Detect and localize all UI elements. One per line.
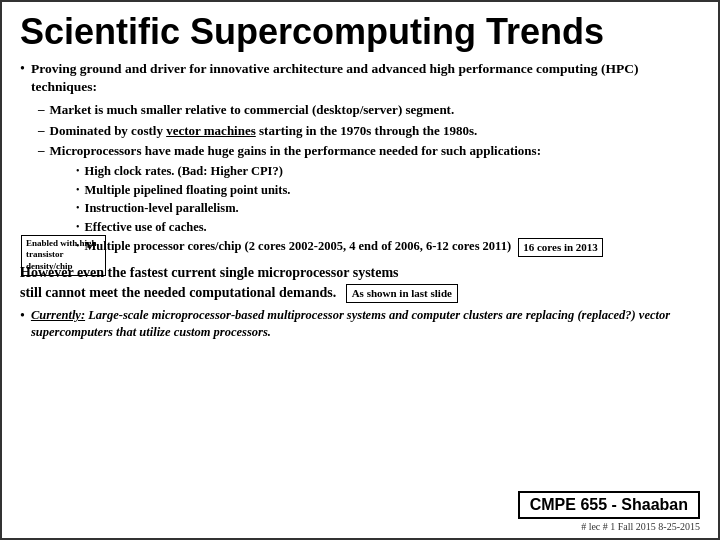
sub-sub-text-3: Instruction-level parallelism. — [85, 200, 239, 217]
sub-sub-bullet-1: • High clock rates. (Bad: Higher CPI?) — [76, 163, 700, 180]
sub-sub-bullet-3: • Instruction-level parallelism. — [76, 200, 700, 217]
sub-bullet-2-underline: vector machines — [166, 123, 256, 138]
slide-title: Scientific Supercomputing Trends — [20, 12, 700, 52]
main-bullet-1: • Proving ground and driver for innovati… — [20, 60, 700, 96]
dot-icon-5: • — [76, 240, 80, 251]
sub-sub-text-4: Effective use of caches. — [85, 219, 207, 236]
cmpe-box: CMPE 655 - Shaaban — [518, 491, 700, 519]
sub-sub-text-5: Multiple processor cores/chip (2 cores 2… — [85, 238, 603, 257]
dot-icon-3: • — [76, 202, 80, 213]
currently-body: Large-scale microprocessor-based multipr… — [31, 308, 670, 339]
sub-bullet-3-text: Microprocessors have made huge gains in … — [50, 142, 541, 160]
dot-icon-1: • — [76, 165, 80, 176]
sub-bullets: – Market is much smaller relative to com… — [38, 101, 700, 160]
currently-bullet-dot: • — [20, 308, 25, 324]
footer: CMPE 655 - Shaaban # lec # 1 Fall 2015 8… — [518, 491, 700, 532]
currently-bullet: • Currently: Large-scale microprocessor-… — [20, 307, 700, 341]
dash-icon-3: – — [38, 142, 45, 158]
however-line1: However even the fastest current single … — [20, 265, 399, 280]
currently-text: Currently: Large-scale microprocessor-ba… — [31, 307, 700, 341]
inline-box-16cores: 16 cores in 2013 — [518, 238, 603, 257]
bullet-icon: • — [20, 61, 25, 77]
footer-sub: # lec # 1 Fall 2015 8-25-2015 — [581, 521, 700, 532]
sub-sub-text-2: Multiple pipelined floating point units. — [85, 182, 291, 199]
dot-icon-2: • — [76, 184, 80, 195]
sub-bullet-1: – Market is much smaller relative to com… — [38, 101, 700, 119]
dot-icon-4: • — [76, 221, 80, 232]
however-block: However even the fastest current single … — [20, 263, 700, 303]
sub-sub-bullets: • High clock rates. (Bad: Higher CPI?) •… — [76, 163, 700, 257]
slide: Scientific Supercomputing Trends • Provi… — [0, 0, 720, 540]
currently-label: Currently: — [31, 308, 85, 322]
sub-bullet-2-text: Dominated by costly vector machines star… — [50, 122, 478, 140]
sub-bullet-2-after: starting in the 1970s through the 1980s. — [256, 123, 478, 138]
sub-sub-section: Enabled with high transistor density/chi… — [56, 163, 700, 257]
sub-sub-text-1: High clock rates. (Bad: Higher CPI?) — [85, 163, 283, 180]
sub-bullet-1-text: Market is much smaller relative to comme… — [50, 101, 455, 119]
sub-bullet-2-before: Dominated by costly — [50, 123, 167, 138]
however-line2: still cannot meet the needed computation… — [20, 285, 336, 300]
dash-icon-2: – — [38, 122, 45, 138]
dash-icon-1: – — [38, 101, 45, 117]
sub-sub-bullet-4: • Effective use of caches. — [76, 219, 700, 236]
main-bullet-1-text: Proving ground and driver for innovative… — [31, 60, 700, 96]
as-shown-box: As shown in last slide — [346, 284, 458, 303]
sub-sub-bullet-5: • Multiple processor cores/chip (2 cores… — [76, 238, 700, 257]
sub-bullet-3: – Microprocessors have made huge gains i… — [38, 142, 700, 160]
sub-sub-bullet-2: • Multiple pipelined floating point unit… — [76, 182, 700, 199]
sub-bullet-2: – Dominated by costly vector machines st… — [38, 122, 700, 140]
